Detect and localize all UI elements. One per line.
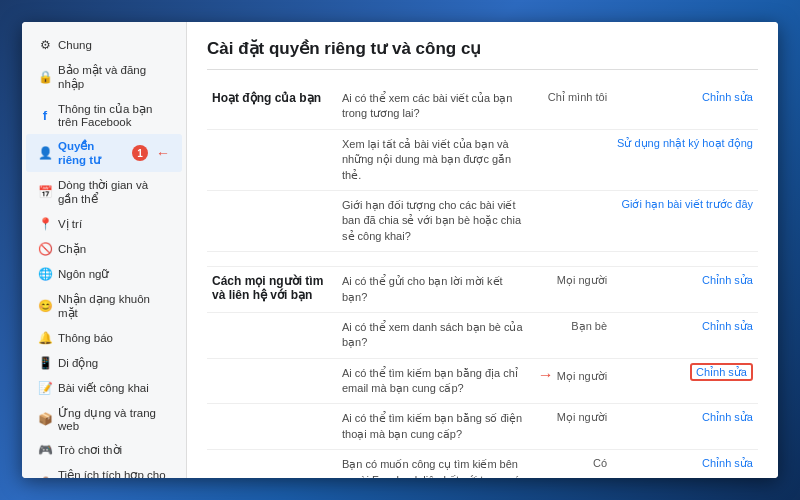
section-label xyxy=(207,404,337,450)
row-value: Có xyxy=(532,450,612,478)
vi-tri-icon: 📍 xyxy=(38,217,52,231)
sidebar-item-bai-viet[interactable]: 📝Bài viết công khai xyxy=(26,376,182,400)
page-title: Cài đặt quyền riêng tư và công cụ xyxy=(207,38,758,70)
sidebar-item-bao-mat[interactable]: 🔒Bảo mật và đăng nhập xyxy=(26,58,182,96)
sidebar-label-dong-thoi-gian: Dòng thời gian và gần thể xyxy=(58,178,170,206)
sidebar-label-chung: Chung xyxy=(58,39,170,51)
sidebar-label-thong-tin: Thông tin của bạn trên Facebook xyxy=(58,102,170,128)
sidebar-label-ngon-ngu: Ngôn ngữ xyxy=(58,267,170,281)
chan-icon: 🚫 xyxy=(38,242,52,256)
row-description: Ai có thể gửi cho bạn lời mời kết bạn? xyxy=(337,267,532,313)
sidebar-item-vi-tri[interactable]: 📍Vị trí xyxy=(26,212,182,236)
sidebar-label-ung-dung: Ứng dụng và trang web xyxy=(58,406,170,432)
sidebar-label-vi-tri: Vị trí xyxy=(58,217,170,231)
row-value: Chỉ mình tôi xyxy=(532,84,612,129)
tien-ich-icon: 💼 xyxy=(38,475,52,478)
section-label: Hoạt động của bạn xyxy=(207,84,337,129)
sidebar-item-chan[interactable]: 🚫Chặn xyxy=(26,237,182,261)
sidebar-item-chung[interactable]: ⚙Chung xyxy=(26,33,182,57)
row-value xyxy=(532,190,612,251)
edit-button[interactable]: Chỉnh sửa xyxy=(702,320,753,332)
sidebar-label-nhan-dang: Nhận dạng khuôn mặt xyxy=(58,292,170,320)
section-label xyxy=(207,450,337,478)
sidebar-item-dong-thoi-gian[interactable]: 📅Dòng thời gian và gần thể xyxy=(26,173,182,211)
quyen-rieng-tu-icon: 👤 xyxy=(38,146,52,160)
row-description: Ai có thể xem danh sách bạn bè của bạn? xyxy=(337,312,532,358)
table-row: Giới hạn đối tượng cho các bài viết ban … xyxy=(207,190,758,251)
badge2-arrow-icon: → xyxy=(538,366,554,383)
section-label xyxy=(207,358,337,404)
row-description: Ai có thể tìm kiếm bạn bằng số điện thoạ… xyxy=(337,404,532,450)
sidebar-item-quyen-rieng-tu[interactable]: 👤Quyền riêng tư1← xyxy=(26,134,182,172)
row-value: → Mọi người xyxy=(532,358,612,404)
edit-button[interactable]: Chỉnh sửa xyxy=(702,457,753,469)
section-label xyxy=(207,129,337,190)
sidebar-item-nhan-dang[interactable]: 😊Nhận dạng khuôn mặt xyxy=(26,287,182,325)
bao-mat-icon: 🔒 xyxy=(38,70,52,84)
settings-table: Hoạt động của bạnAi có thể xem các bài v… xyxy=(207,84,758,478)
action-link[interactable]: Sử dụng nhật ký hoạt động xyxy=(617,137,753,149)
row-value: Mọi người xyxy=(532,404,612,450)
sidebar-label-quyen-rieng-tu: Quyền riêng tư xyxy=(58,139,123,167)
row-action[interactable]: Chỉnh sửa xyxy=(612,84,758,129)
row-description: Ai có thể tìm kiếm bạn bằng địa chỉ emai… xyxy=(337,358,532,404)
table-row: Ai có thể tìm kiếm bạn bằng địa chỉ emai… xyxy=(207,358,758,404)
badge-1: 1 xyxy=(132,145,148,161)
active-arrow-icon: ← xyxy=(156,145,170,161)
edit-button[interactable]: Chỉnh sửa xyxy=(690,363,753,381)
nhan-dang-icon: 😊 xyxy=(38,299,52,313)
main-content: Cài đặt quyền riêng tư và công cụ Hoạt đ… xyxy=(187,22,778,478)
di-dong-icon: 📱 xyxy=(38,356,52,370)
row-action[interactable]: Chỉnh sửa xyxy=(612,267,758,313)
edit-button[interactable]: Chỉnh sửa xyxy=(702,411,753,423)
section-spacer xyxy=(207,252,758,267)
row-description: Giới hạn đối tượng cho các bài viết ban … xyxy=(337,190,532,251)
table-row: Ai có thể tìm kiếm bạn bằng số điện thoạ… xyxy=(207,404,758,450)
table-row: Xem lại tất cả bài viết của bạn và những… xyxy=(207,129,758,190)
section-label: Cách mọi người tìm và liên hệ với bạn xyxy=(207,267,337,313)
row-value: Bạn bè xyxy=(532,312,612,358)
sidebar-item-di-dong[interactable]: 📱Di động xyxy=(26,351,182,375)
table-row: Cách mọi người tìm và liên hệ với bạnAi … xyxy=(207,267,758,313)
sidebar-label-tien-ich: Tiện ích tích hợp cho doanh nghiệp xyxy=(58,468,170,478)
sidebar-label-bao-mat: Bảo mật và đăng nhập xyxy=(58,63,170,91)
sidebar-item-ngon-ngu[interactable]: 🌐Ngôn ngữ xyxy=(26,262,182,286)
sidebar-item-tien-ich[interactable]: 💼Tiện ích tích hợp cho doanh nghiệp xyxy=(26,463,182,478)
row-action[interactable]: Chỉnh sửa xyxy=(612,358,758,404)
row-action[interactable]: Chỉnh sửa xyxy=(612,312,758,358)
sidebar-item-ung-dung[interactable]: 📦Ứng dụng và trang web xyxy=(26,401,182,437)
row-action[interactable]: Chỉnh sửa xyxy=(612,450,758,478)
thong-tin-icon: f xyxy=(38,108,52,123)
bai-viet-icon: 📝 xyxy=(38,381,52,395)
edit-button[interactable]: Chỉnh sửa xyxy=(702,91,753,103)
table-row: Bạn có muốn công cụ tìm kiếm bên ngoài F… xyxy=(207,450,758,478)
thong-bao-icon: 🔔 xyxy=(38,331,52,345)
sidebar-label-chan: Chặn xyxy=(58,242,170,256)
sidebar-item-thong-tin[interactable]: fThông tin của bạn trên Facebook xyxy=(26,97,182,133)
sidebar-label-thong-bao: Thông báo xyxy=(58,332,170,344)
sidebar-item-thong-bao[interactable]: 🔔Thông báo xyxy=(26,326,182,350)
ung-dung-icon: 📦 xyxy=(38,412,52,426)
chung-icon: ⚙ xyxy=(38,38,52,52)
sidebar: ⚙Chung🔒Bảo mật và đăng nhậpfThông tin củ… xyxy=(22,22,187,478)
tro-choi-icon: 🎮 xyxy=(38,443,52,457)
sidebar-label-tro-choi: Trò chơi thời xyxy=(58,443,170,457)
sidebar-item-tro-choi[interactable]: 🎮Trò chơi thời xyxy=(26,438,182,462)
action-link[interactable]: Giới hạn bài viết trước đây xyxy=(621,198,753,210)
row-description: Xem lại tất cả bài viết của bạn và những… xyxy=(337,129,532,190)
section-label xyxy=(207,190,337,251)
section-label xyxy=(207,312,337,358)
dong-thoi-gian-icon: 📅 xyxy=(38,185,52,199)
sidebar-label-di-dong: Di động xyxy=(58,356,170,370)
table-row: Hoạt động của bạnAi có thể xem các bài v… xyxy=(207,84,758,129)
sidebar-label-bai-viet: Bài viết công khai xyxy=(58,381,170,395)
row-description: Ai có thể xem các bài viết của bạn trong… xyxy=(337,84,532,129)
row-action[interactable]: Sử dụng nhật ký hoạt động xyxy=(612,129,758,190)
row-action[interactable]: Chỉnh sửa xyxy=(612,404,758,450)
settings-window: ⚙Chung🔒Bảo mật và đăng nhậpfThông tin củ… xyxy=(22,22,778,478)
row-action[interactable]: Giới hạn bài viết trước đây xyxy=(612,190,758,251)
ngon-ngu-icon: 🌐 xyxy=(38,267,52,281)
table-row: Ai có thể xem danh sách bạn bè của bạn?B… xyxy=(207,312,758,358)
edit-button[interactable]: Chỉnh sửa xyxy=(702,274,753,286)
row-description: Bạn có muốn công cụ tìm kiếm bên ngoài F… xyxy=(337,450,532,478)
